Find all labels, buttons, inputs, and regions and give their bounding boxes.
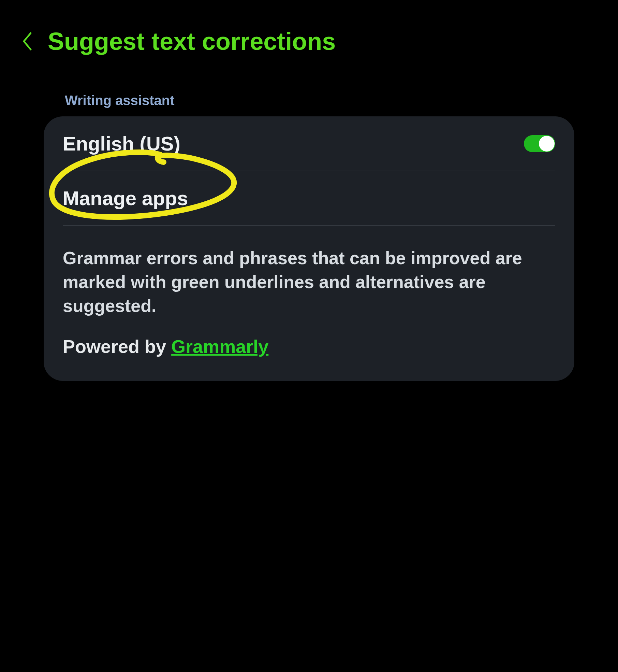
language-label: English (US) bbox=[63, 132, 180, 155]
toggle-knob bbox=[539, 136, 555, 152]
manage-apps-row[interactable]: Manage apps bbox=[44, 171, 574, 225]
section-label: Writing assistant bbox=[65, 93, 618, 108]
language-toggle[interactable] bbox=[524, 135, 555, 152]
page-title: Suggest text corrections bbox=[48, 27, 336, 55]
description-block: Grammar errors and phrases that can be i… bbox=[44, 226, 574, 381]
powered-by-prefix: Powered by bbox=[63, 336, 171, 357]
description-text: Grammar errors and phrases that can be i… bbox=[63, 246, 555, 318]
manage-apps-label: Manage apps bbox=[63, 187, 188, 210]
language-row[interactable]: English (US) bbox=[44, 116, 574, 171]
powered-by-line: Powered by Grammarly bbox=[63, 336, 555, 357]
page-header: Suggest text corrections bbox=[0, 0, 618, 69]
grammarly-link[interactable]: Grammarly bbox=[171, 336, 268, 357]
chevron-left-icon bbox=[21, 32, 33, 51]
settings-card: English (US) Manage apps Grammar errors … bbox=[44, 116, 574, 381]
back-button[interactable] bbox=[17, 31, 38, 52]
